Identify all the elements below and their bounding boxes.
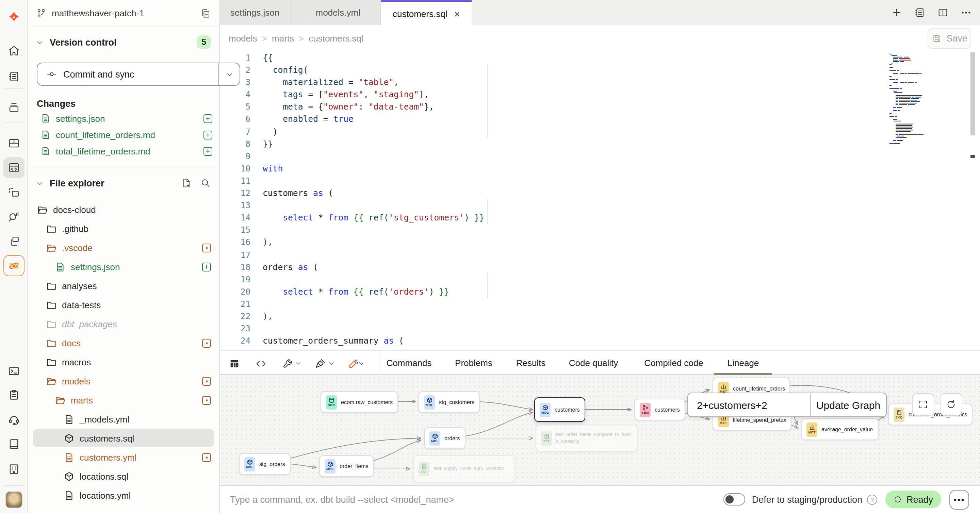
chevron-down-icon[interactable] bbox=[328, 360, 335, 367]
tab-customers-sql[interactable]: customers.sql × bbox=[381, 0, 472, 25]
stage-file-icon[interactable] bbox=[204, 147, 212, 156]
tasks-clipboard-icon[interactable] bbox=[3, 384, 24, 405]
tree-item--vscode[interactable]: .vscode bbox=[28, 238, 219, 257]
fullscreen-icon[interactable] bbox=[912, 393, 934, 416]
save-button[interactable]: Save bbox=[928, 28, 971, 49]
stage-file-icon[interactable] bbox=[204, 114, 212, 123]
tree-item-customers-yml[interactable]: customers.yml bbox=[28, 448, 219, 467]
support-headset-icon[interactable] bbox=[3, 409, 24, 430]
scrollbar-thumb[interactable] bbox=[970, 52, 975, 135]
panel-tab-problems[interactable]: Problems bbox=[455, 351, 492, 375]
split-editor-icon[interactable] bbox=[934, 4, 951, 21]
breadcrumb-file[interactable]: customers.sql bbox=[309, 33, 363, 43]
panel-tab-commands[interactable]: Commands bbox=[387, 351, 432, 375]
changed-file-row[interactable]: count_lifetime_orders.md bbox=[37, 127, 212, 143]
lineage-node-order-items[interactable]: MDL order_items bbox=[319, 455, 374, 477]
minimap[interactable] bbox=[889, 52, 945, 145]
new-tab-icon[interactable] bbox=[888, 4, 905, 21]
build-wrench-icon[interactable] bbox=[279, 355, 295, 372]
update-graph-button[interactable]: Update Graph bbox=[810, 393, 886, 416]
file-explorer-header[interactable]: File explorer bbox=[36, 176, 211, 191]
lineage-node-customers-semantic[interactable]: SEM customers bbox=[634, 399, 685, 421]
tree-item-models[interactable]: models bbox=[28, 372, 219, 391]
panel-tab-results[interactable]: Results bbox=[516, 351, 546, 375]
insights-icon[interactable] bbox=[3, 206, 24, 227]
tree-item-analyses[interactable]: analyses bbox=[28, 276, 219, 295]
notebook-panel-icon[interactable] bbox=[911, 4, 928, 21]
home-icon[interactable] bbox=[3, 40, 24, 61]
tree-item-settings-json[interactable]: settings.json bbox=[28, 257, 219, 276]
terminal-icon[interactable] bbox=[3, 361, 24, 382]
tree-item-macros[interactable]: macros bbox=[28, 353, 219, 372]
chevron-down-icon[interactable] bbox=[358, 360, 365, 367]
editor-scrollbar[interactable] bbox=[970, 51, 975, 350]
more-actions-button[interactable] bbox=[950, 489, 969, 509]
branch-row[interactable]: matthewshaver-patch-1 bbox=[28, 0, 219, 27]
lineage-node-stg-orders[interactable]: MDL stg_orders bbox=[239, 453, 291, 475]
chevron-down-icon bbox=[226, 70, 233, 78]
breadcrumb-models[interactable]: models bbox=[229, 33, 257, 43]
more-options-icon[interactable] bbox=[957, 4, 975, 21]
commit-and-sync-button[interactable]: Commit and sync bbox=[37, 63, 240, 86]
docs-book-icon[interactable] bbox=[3, 434, 24, 454]
changed-file-row[interactable]: total_lifetime_orders.md bbox=[37, 143, 212, 159]
notebook-icon[interactable] bbox=[3, 66, 24, 87]
tree-item-locations-yml[interactable]: locations.yml bbox=[28, 486, 219, 505]
tree-item-customers-sql[interactable]: customers.sql bbox=[28, 429, 219, 448]
tree-item--github[interactable]: .github bbox=[28, 219, 219, 238]
search-icon[interactable] bbox=[200, 178, 211, 189]
lineage-node-customers-model[interactable]: MDL customers bbox=[534, 397, 585, 422]
close-tab-icon[interactable]: × bbox=[454, 8, 460, 19]
code-editor-icon[interactable] bbox=[3, 157, 24, 178]
lineage-node-average-order-value[interactable]: MET average_order_value bbox=[801, 418, 878, 440]
semantic-model-icon: SEM bbox=[640, 402, 651, 417]
lineage-node-orders[interactable]: MDL orders bbox=[424, 427, 465, 449]
organization-icon[interactable] bbox=[3, 459, 24, 480]
tree-item-locations-sql[interactable]: locations.sql bbox=[28, 467, 219, 486]
tree-item-dbt-packages[interactable]: dbt_packages bbox=[28, 314, 219, 334]
lineage-selector-input[interactable] bbox=[688, 393, 810, 416]
archive-icon[interactable] bbox=[3, 97, 24, 118]
version-control-header[interactable]: Version control 5 bbox=[36, 35, 211, 49]
tab-models-yml[interactable]: _models.yml bbox=[291, 0, 381, 25]
new-file-icon[interactable] bbox=[181, 178, 192, 189]
breadcrumb-marts[interactable]: marts bbox=[272, 33, 294, 43]
defer-toggle[interactable] bbox=[724, 493, 745, 505]
canvas-icon[interactable] bbox=[3, 182, 24, 203]
commit-options-caret[interactable] bbox=[218, 63, 240, 85]
lineage-node-ecom-raw-customers[interactable]: SRC ecom.raw_customers bbox=[321, 391, 398, 413]
lineage-node-stg-customers[interactable]: MDL stg_customers bbox=[418, 391, 480, 413]
refresh-icon[interactable] bbox=[940, 393, 962, 416]
panel-tab-code-quality[interactable]: Code quality bbox=[569, 351, 618, 375]
tree-item-docs-cloud[interactable]: docs-cloud bbox=[28, 200, 219, 219]
windows-icon[interactable] bbox=[3, 231, 24, 252]
changed-file-row[interactable]: settings.json bbox=[37, 110, 212, 127]
indent-guide bbox=[487, 64, 488, 137]
code-editor[interactable]: 1{{2 config(3 materialized = "table",4 t… bbox=[220, 51, 980, 350]
panel-tab-compiled-code[interactable]: Compiled code bbox=[644, 351, 703, 375]
modified-badge bbox=[202, 376, 211, 386]
lineage-canvas[interactable]: SRC ecom.raw_customers MDL stg_customers… bbox=[220, 375, 980, 485]
format-broom-icon[interactable] bbox=[312, 355, 328, 372]
chevron-down-icon[interactable] bbox=[295, 360, 301, 367]
dbt-logo-icon[interactable] bbox=[3, 7, 24, 28]
lineage-node-test-order-items[interactable]: TST test_order_items_compute_to_bools_co… bbox=[536, 424, 638, 452]
status-ready-badge[interactable]: Ready bbox=[885, 491, 941, 508]
copy-icon[interactable] bbox=[200, 8, 211, 19]
help-icon[interactable]: ? bbox=[867, 494, 877, 505]
line-number: 8 bbox=[220, 138, 250, 150]
tree-item--models-yml[interactable]: _models.yml bbox=[28, 410, 219, 429]
dbt-copilot-icon[interactable] bbox=[3, 255, 24, 276]
tree-item-docs[interactable]: docs bbox=[28, 334, 219, 353]
lineage-node-test-supply-costs[interactable]: TST test_supply_costs_sum_correctly bbox=[413, 455, 515, 482]
stage-file-icon[interactable] bbox=[204, 130, 212, 139]
command-input[interactable] bbox=[229, 494, 724, 505]
preview-table-icon[interactable] bbox=[226, 355, 242, 372]
tree-item-marts[interactable]: marts bbox=[28, 391, 219, 410]
tab-settings-json[interactable]: settings.json bbox=[220, 0, 291, 25]
avatar[interactable] bbox=[3, 489, 24, 510]
panel-tab-lineage[interactable]: Lineage bbox=[727, 351, 759, 375]
tree-item-data-tests[interactable]: data-tests bbox=[28, 295, 219, 314]
dashboard-icon[interactable] bbox=[3, 133, 24, 154]
compile-code-icon[interactable] bbox=[253, 355, 269, 372]
